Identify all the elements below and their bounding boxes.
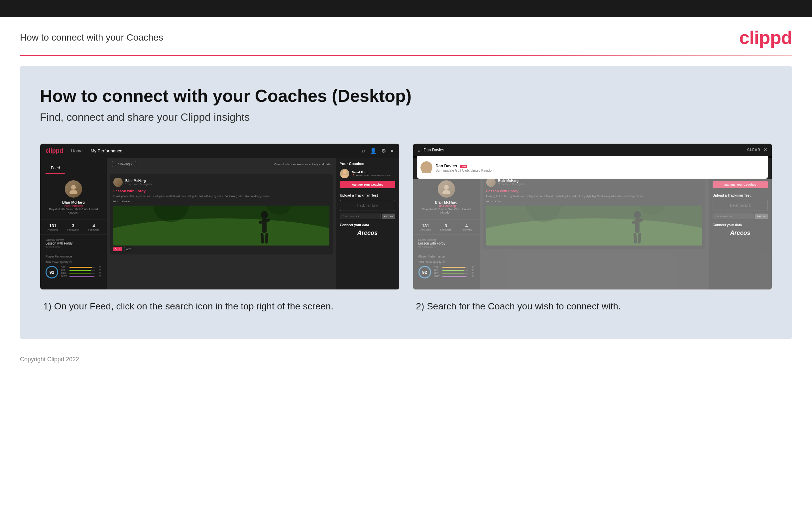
putt-lbl-2: PUTT xyxy=(434,275,441,278)
post-username-2: Blair McHarg xyxy=(498,179,525,183)
clippd-logo: clippd xyxy=(739,27,792,48)
coach-avatar-1 xyxy=(340,169,349,178)
feed-tab[interactable]: Feed xyxy=(46,163,65,174)
putt-row-2: PUTT 96 xyxy=(434,275,474,278)
step-2-description: Search for the Coach you wish to connect… xyxy=(427,301,621,311)
post-meta-2: Yesterday · Sunnigdale xyxy=(498,183,525,186)
step-2-text: 2) Search for the Coach you wish to conn… xyxy=(413,290,772,313)
pp-title: Player Performance xyxy=(46,255,101,258)
trackman-input-row: Add Link xyxy=(340,214,395,219)
putt-value: 96 xyxy=(96,275,101,278)
step-2-number: 2) xyxy=(416,301,427,311)
profile-icon[interactable]: 👤 xyxy=(370,148,377,154)
pp-circle-2: 92 xyxy=(419,266,431,279)
stats-row-2: 131 Activities 3 Followers 4 Following xyxy=(413,220,480,235)
search-icon[interactable]: ⌕ xyxy=(362,148,365,154)
manage-coaches-button[interactable]: Manage Your Coaches xyxy=(340,181,395,188)
player-perf-2: Player Performance Total Player Quality … xyxy=(413,252,480,282)
la-title-2: Latest Activity xyxy=(419,238,474,242)
app-fill-2 xyxy=(442,270,464,271)
putt-fill-2 xyxy=(442,276,467,277)
add-link-button[interactable]: Add Link xyxy=(382,214,395,219)
arg-value: 86 xyxy=(96,272,101,274)
golf-course-image xyxy=(113,206,329,246)
post-image-2 xyxy=(486,206,702,246)
nav-my-performance[interactable]: My Performance xyxy=(91,149,122,153)
ott-track xyxy=(69,267,95,268)
screenshot-2-frame: clippd Home My Performance ⌕ 👤 ⚙ ● ⌕ Dan… xyxy=(413,143,772,290)
settings-icon[interactable]: ⚙ xyxy=(381,148,386,154)
arg-fill-2 xyxy=(442,273,464,274)
arg-track xyxy=(69,273,95,274)
app-label: APP xyxy=(61,269,68,271)
profile-name-2: Blair McHarg xyxy=(419,200,474,204)
coach-name-1: David Ford xyxy=(352,171,390,174)
post-avatar-inner-1 xyxy=(113,178,123,187)
putt-fill xyxy=(69,276,94,277)
post-title-2: Lesson with Fordy xyxy=(486,189,702,193)
app-track xyxy=(69,270,95,271)
pp-title-2: Player Performance xyxy=(419,255,474,258)
la-name-2: Lesson with Fordy xyxy=(419,242,474,245)
total-player-quality-label: Total Player Quality ⓘ xyxy=(46,260,101,264)
putt-track xyxy=(69,276,95,277)
header-divider xyxy=(20,55,792,56)
ott-value: 90 xyxy=(96,266,101,268)
nav-home[interactable]: Home xyxy=(71,149,83,153)
profile-section-2: Blair McHarg Plus Handicap Royal North D… xyxy=(413,175,480,220)
trackman-input-1[interactable] xyxy=(340,214,381,219)
stats-row: 131 Activities 3 Followers 4 Following xyxy=(40,220,107,235)
close-search-button[interactable]: × xyxy=(763,146,767,153)
post-avatar-2 xyxy=(486,178,495,187)
step-1-number: 1) xyxy=(43,301,54,311)
trackman-box-2: Trackman Link xyxy=(713,200,768,211)
control-link[interactable]: Control who can see your activity and da… xyxy=(274,163,331,166)
user-avatar-2 xyxy=(438,180,455,198)
page-title: How to connect with your Coaches xyxy=(20,32,163,43)
following-button[interactable]: Following ▾ xyxy=(112,161,136,167)
ott-track-2 xyxy=(442,267,468,268)
putt-label: PUTT xyxy=(61,275,68,278)
tag-app: APP xyxy=(124,247,133,251)
ott-row-2: OTT 90 xyxy=(434,266,474,268)
app-val-2: 85 xyxy=(469,269,474,271)
svg-point-11 xyxy=(343,170,347,174)
arccos-logo-2: Arccos xyxy=(713,229,768,237)
arg-lbl-2: ARG xyxy=(434,272,441,274)
profile-name: Blair McHarg xyxy=(46,200,101,204)
la-name: Lesson with Fordy xyxy=(46,242,101,245)
user-avatar xyxy=(65,180,82,198)
chevron-down-icon: ▾ xyxy=(131,162,133,166)
post-duration-1: 01 hr : 30 min xyxy=(113,200,329,203)
post-title-1: Lesson with Fordy xyxy=(113,189,329,193)
app-lbl-2: APP xyxy=(434,269,441,271)
svg-point-13 xyxy=(424,163,429,168)
upload-title-2: Upload a Trackman Test xyxy=(713,194,768,197)
result-info-dan: Dan Davies Pro Sunningdale Golf Club, Un… xyxy=(436,163,494,172)
arg-val-2: 86 xyxy=(469,272,474,274)
search-results-dropdown: Dan Davies Pro Sunningdale Golf Club, Un… xyxy=(417,156,768,179)
post-header-2: Blair McHarg Yesterday · Sunnigdale xyxy=(486,178,702,187)
result-club-dan: Sunningdale Golf Club, United Kingdom xyxy=(436,169,494,172)
svg-point-21 xyxy=(633,211,641,219)
stat-fol-lbl-2: Followers xyxy=(440,228,451,231)
stat-followers-label: Followers xyxy=(67,228,79,231)
search-overlay: ⌕ Dan Davies CLEAR × Dan Davies xyxy=(413,144,772,179)
arg-row-2: ARG 86 xyxy=(434,272,474,274)
stat-activities-label: Activities xyxy=(48,228,58,231)
arg-fill xyxy=(69,273,91,274)
stat-activities-2: 131 Activities xyxy=(421,223,431,231)
app-track-2 xyxy=(442,270,468,271)
pp-bars-2: OTT 90 APP 85 xyxy=(434,266,474,278)
putt-val-2: 96 xyxy=(469,275,474,278)
feed-header-1: Following ▾ Control who can see your act… xyxy=(107,158,336,171)
stat-following: 4 Following xyxy=(88,223,99,231)
avatar-nav-icon[interactable]: ● xyxy=(390,148,394,154)
stat-act-val-2: 131 xyxy=(421,223,431,228)
trackman-placeholder-1: Trackman Link xyxy=(344,204,391,207)
search-result-dan-davies[interactable]: Dan Davies Pro Sunningdale Golf Club, Un… xyxy=(421,159,765,175)
post-card-1: Blair McHarg Yesterday · Sunnigdale Less… xyxy=(110,174,333,254)
clear-button[interactable]: CLEAR xyxy=(747,148,760,152)
stat-followers-2: 3 Followers xyxy=(440,223,451,231)
search-query[interactable]: Dan Davies xyxy=(424,148,744,153)
